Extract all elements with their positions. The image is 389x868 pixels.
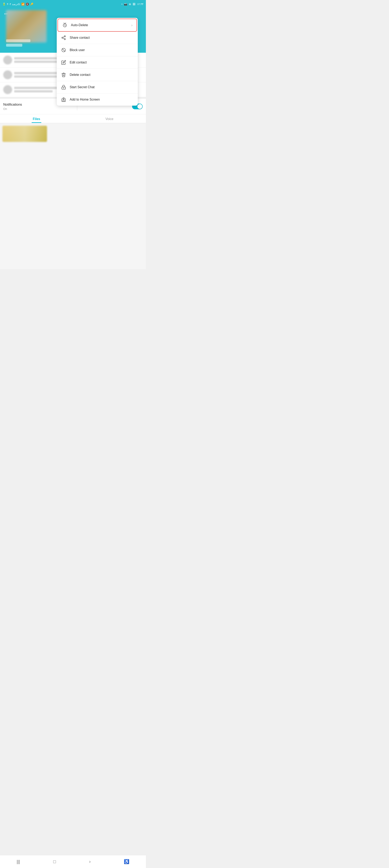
- share-icon: [61, 35, 66, 40]
- tab-voice-label: Voice: [105, 117, 113, 121]
- chevron-right-icon: ›: [131, 23, 132, 27]
- key-icon: 🔑: [30, 3, 33, 6]
- tab-voice[interactable]: Voice: [73, 114, 146, 123]
- status-bar: 🔋 ۴۰درصد ۴G 📶 🔇 🔑 • 📷 ⊗ 🖼 ۱۲:۳۴: [0, 0, 146, 8]
- menu-item-autodelete[interactable]: Auto-Delete ›: [58, 19, 137, 32]
- dot-icon: •: [122, 3, 123, 6]
- share-contact-label: Share contact: [70, 36, 90, 39]
- dropdown-menu: Auto-Delete › Share contact: [57, 18, 138, 106]
- empty-space: [0, 148, 146, 269]
- menu-item-share-contact[interactable]: Share contact: [57, 32, 138, 44]
- menu-item-block-user[interactable]: Block user: [57, 44, 138, 56]
- svg-line-6: [63, 38, 64, 39]
- mute-icon: 🔇: [26, 3, 29, 6]
- profile-image: [6, 10, 46, 42]
- profile-status-line: [6, 44, 22, 46]
- block-icon: [61, 47, 66, 53]
- avatar: [3, 56, 12, 64]
- svg-line-2: [65, 23, 66, 23]
- notifications-subtitle: On: [3, 107, 22, 111]
- menu-item-delete-contact[interactable]: Delete contact: [57, 69, 138, 81]
- status-right: • 📷 ⊗ 🖼 ۱۲:۳۴: [122, 3, 143, 6]
- delete-contact-label: Delete contact: [70, 73, 90, 76]
- svg-line-9: [62, 49, 65, 52]
- signal-icon: 📶: [21, 3, 25, 6]
- header-area: ← Auto-Delete ›: [0, 8, 146, 53]
- avatar: [3, 85, 12, 94]
- add-home-label: Add to Home Screen: [70, 98, 100, 101]
- svg-line-1: [64, 23, 64, 23]
- clock-icon: [62, 22, 68, 28]
- tab-underline: [32, 122, 41, 123]
- notifications-text: Notifications On: [3, 102, 22, 111]
- status-text: ۴۰درصد ۴G: [7, 3, 20, 6]
- tab-files[interactable]: Files: [0, 114, 73, 123]
- files-content: [0, 123, 146, 148]
- sub-line: [14, 75, 59, 78]
- notifications-title: Notifications: [3, 102, 22, 107]
- instagram-icon: 📷: [124, 3, 127, 6]
- threads-icon: ⊗: [129, 3, 131, 6]
- trash-icon: [61, 72, 66, 78]
- profile-info: [6, 39, 30, 46]
- block-user-label: Block user: [70, 48, 85, 52]
- svg-point-11: [63, 88, 64, 88]
- avatar: [3, 70, 12, 79]
- tab-files-label: Files: [33, 117, 40, 121]
- tabs-bar: Files Voice: [0, 114, 146, 123]
- gallery-icon: 🖼: [133, 3, 135, 6]
- edit-contact-label: Edit contact: [70, 61, 87, 64]
- autodelete-label: Auto-Delete: [71, 23, 88, 27]
- file-item[interactable]: [2, 126, 47, 142]
- menu-item-edit-contact[interactable]: Edit contact: [57, 56, 138, 69]
- home-icon: [61, 97, 66, 102]
- svg-line-7: [63, 37, 64, 37]
- clock-display: ۱۲:۳۴: [137, 3, 143, 6]
- menu-item-add-home[interactable]: Add to Home Screen: [57, 93, 138, 106]
- menu-item-secret-chat[interactable]: Start Secret Chat: [57, 81, 138, 93]
- profile-name-line: [6, 39, 30, 42]
- secret-chat-label: Start Secret Chat: [70, 85, 95, 89]
- back-button[interactable]: ←: [3, 10, 8, 17]
- edit-icon: [61, 60, 66, 65]
- lock-icon: [61, 84, 66, 90]
- toggle-knob: [137, 104, 142, 109]
- status-left: 🔋 ۴۰درصد ۴G 📶 🔇 🔑: [2, 3, 33, 6]
- battery-icon: 🔋: [2, 3, 6, 6]
- sub-line: [14, 90, 53, 92]
